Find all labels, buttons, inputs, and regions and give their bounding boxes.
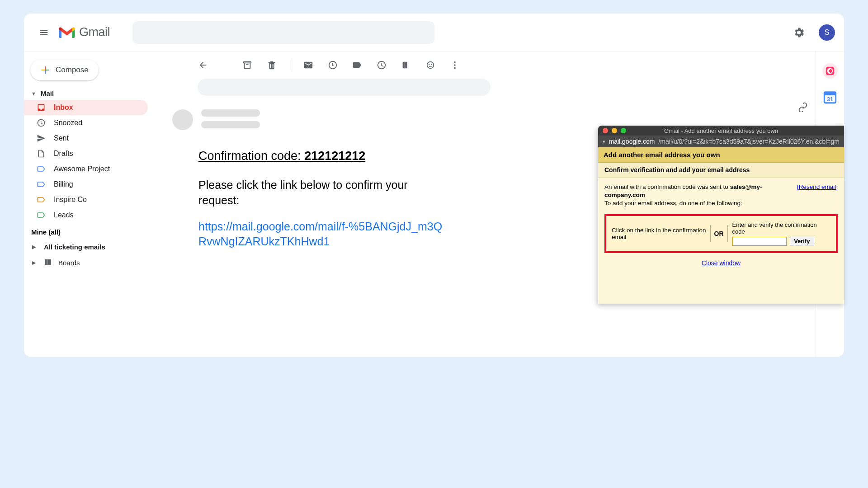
svg-rect-8 bbox=[824, 92, 836, 95]
mail-section[interactable]: ▼ Mail bbox=[24, 87, 153, 100]
compose-label: Compose bbox=[56, 66, 89, 75]
nav-boards[interactable]: ▶ Boards bbox=[24, 254, 153, 271]
svg-point-1 bbox=[429, 64, 430, 65]
inbox-icon bbox=[37, 103, 46, 112]
confirmation-code-line: Confirmation code: 212121212 bbox=[198, 149, 443, 163]
nav-leads[interactable]: Leads bbox=[24, 207, 148, 223]
labels-button[interactable] bbox=[397, 56, 415, 74]
label-icon bbox=[37, 180, 46, 189]
email-toolbar bbox=[153, 52, 816, 79]
gmail-app: Gmail S Compose ▼ Mail Inbox bbox=[24, 14, 844, 357]
header: Gmail S bbox=[24, 14, 844, 52]
archive-button[interactable] bbox=[238, 56, 256, 74]
svg-point-5 bbox=[454, 67, 456, 69]
gmail-logo[interactable]: Gmail bbox=[57, 25, 110, 40]
label-icon bbox=[37, 211, 46, 220]
svg-point-0 bbox=[427, 62, 434, 69]
compose-button[interactable]: Compose bbox=[30, 60, 99, 80]
triangle-right-icon: ▶ bbox=[32, 244, 38, 250]
email-instruction-text: Please click the link below to confirm y… bbox=[198, 178, 443, 208]
triangle-right-icon: ▶ bbox=[32, 260, 38, 266]
delete-button[interactable] bbox=[263, 56, 281, 74]
popup-subheading: Confirm verification and add your email … bbox=[598, 163, 844, 178]
option-click-link: Click on the link in the confirmation em… bbox=[612, 227, 710, 240]
sidebar: Compose ▼ Mail Inbox Snoozed Sent Drafts bbox=[24, 52, 153, 357]
settings-gear-icon[interactable] bbox=[793, 26, 805, 39]
copy-link-icon[interactable] bbox=[798, 102, 808, 114]
snooze-button[interactable] bbox=[324, 56, 342, 74]
nav-awesome-project[interactable]: Awesome Project bbox=[24, 161, 148, 177]
hamburger-menu-icon[interactable] bbox=[33, 22, 55, 43]
maximize-window-icon[interactable] bbox=[621, 128, 626, 133]
sender-avatar bbox=[172, 109, 193, 130]
sender-meta-skeleton bbox=[201, 121, 260, 128]
verification-options-box: Click on the link in the confirmation em… bbox=[604, 214, 838, 253]
plus-icon bbox=[40, 65, 50, 75]
close-window-icon[interactable] bbox=[603, 128, 608, 133]
minimize-window-icon[interactable] bbox=[612, 128, 617, 133]
confirmation-link[interactable]: https://mail.google.com/mail/f-%5BANGjdJ… bbox=[198, 219, 443, 250]
option-enter-code: Enter and verify the confirmation code V… bbox=[728, 221, 831, 246]
svg-text:31: 31 bbox=[827, 96, 833, 103]
clock-icon bbox=[37, 118, 46, 127]
overflow-menu-icon[interactable] bbox=[446, 56, 464, 74]
confirmation-code-input[interactable] bbox=[732, 237, 787, 246]
resend-email-link[interactable]: [Resend email] bbox=[797, 183, 838, 191]
popup-titlebar: Gmail - Add another email address you ow… bbox=[598, 126, 844, 136]
svg-point-2 bbox=[431, 64, 432, 65]
user-avatar[interactable]: S bbox=[819, 24, 835, 41]
search-input[interactable] bbox=[132, 21, 434, 44]
nav-sent[interactable]: Sent bbox=[24, 131, 148, 146]
nav-inspire-co[interactable]: Inspire Co bbox=[24, 192, 148, 207]
popup-url-bar: mail.google.com/mail/u/0/?ui=2&ik=b7ca3d… bbox=[598, 136, 844, 147]
window-controls[interactable] bbox=[603, 128, 626, 133]
subject-skeleton bbox=[198, 79, 491, 96]
or-divider: OR bbox=[710, 225, 728, 242]
label-icon bbox=[37, 164, 46, 174]
boards-icon bbox=[44, 258, 52, 267]
add-task-button[interactable] bbox=[348, 56, 366, 74]
mine-all-label: Mine (all) bbox=[24, 223, 153, 239]
verification-popup: Gmail - Add another email address you ow… bbox=[598, 126, 844, 304]
nav-inbox[interactable]: Inbox bbox=[24, 100, 148, 115]
more-button[interactable] bbox=[421, 56, 439, 74]
back-button[interactable] bbox=[194, 56, 212, 74]
label-icon bbox=[37, 195, 46, 204]
sender-name-skeleton bbox=[201, 109, 260, 117]
addon-grammarly-icon[interactable] bbox=[822, 63, 838, 79]
nav-ticketing[interactable]: ▶ All ticketing emails bbox=[24, 239, 153, 254]
svg-point-4 bbox=[454, 64, 456, 66]
nav-billing[interactable]: Billing bbox=[24, 177, 148, 192]
lock-icon bbox=[603, 139, 605, 144]
send-icon bbox=[37, 134, 46, 143]
move-button[interactable] bbox=[373, 56, 391, 74]
addon-calendar-icon[interactable]: 31 bbox=[822, 89, 838, 105]
gmail-m-icon bbox=[57, 25, 76, 40]
close-window-link[interactable]: Close window bbox=[702, 259, 741, 267]
draft-icon bbox=[37, 149, 46, 158]
triangle-down-icon: ▼ bbox=[31, 91, 36, 96]
email-body: Confirmation code: 212121212 Please clic… bbox=[198, 149, 443, 249]
mark-unread-button[interactable] bbox=[299, 56, 317, 74]
popup-body: [Resend email] An email with a confirmat… bbox=[598, 178, 844, 304]
nav-snoozed[interactable]: Snoozed bbox=[24, 115, 148, 131]
svg-point-3 bbox=[454, 61, 456, 63]
nav-drafts[interactable]: Drafts bbox=[24, 146, 148, 161]
popup-heading: Add another email address you own bbox=[598, 147, 844, 163]
gmail-text: Gmail bbox=[79, 25, 110, 39]
verify-button[interactable]: Verify bbox=[790, 237, 814, 245]
